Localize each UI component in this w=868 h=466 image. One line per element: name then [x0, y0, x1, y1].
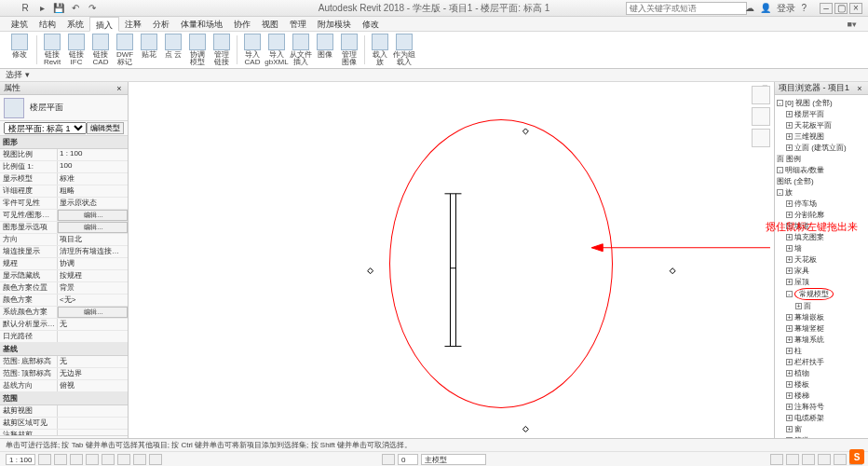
tab-addin[interactable]: 附加模块 — [312, 17, 357, 32]
props-row[interactable]: 详细程度粗略 — [0, 185, 128, 198]
props-row[interactable]: 比例值 1:100 — [0, 161, 128, 173]
ribbon-btn-1[interactable]: 链接 Revit — [40, 32, 64, 68]
edit-type-button[interactable]: 编辑类型 — [87, 122, 124, 134]
app-menu-icon[interactable]: R — [19, 2, 32, 15]
props-row[interactable]: 默认分析显示…无 — [0, 319, 128, 331]
undo-icon[interactable]: ↶ — [69, 2, 82, 15]
tab-modify[interactable]: 修改 — [357, 17, 385, 32]
tree-node[interactable]: +家具 — [777, 265, 866, 276]
props-row[interactable]: 裁剪视图 — [0, 405, 128, 418]
tab-manage[interactable]: 管理 — [284, 17, 312, 32]
tree-node[interactable]: +植物 — [777, 367, 866, 378]
ribbon-btn-13[interactable]: 管理 图像 — [337, 32, 361, 68]
ribbon-btn-9[interactable]: 导入 CAD — [240, 32, 264, 68]
sb4[interactable] — [86, 454, 99, 465]
ribbon-btn-14[interactable]: 载入 族 — [368, 32, 392, 68]
props-row[interactable]: 显示隐藏线按规程 — [0, 270, 128, 282]
tree-node[interactable]: +立面 (建筑立面) — [777, 142, 866, 153]
browser-close-icon[interactable]: × — [855, 84, 864, 93]
ribbon-btn-4[interactable]: DWF 标记 — [113, 32, 137, 68]
tree-node[interactable]: -明细表/数量 — [777, 164, 866, 175]
scale-box[interactable]: 1 : 100 — [6, 454, 35, 465]
props-row[interactable]: 可见性/图形…编辑… — [0, 210, 128, 222]
main-model-box[interactable]: 主模型 — [421, 454, 486, 465]
sr3[interactable] — [802, 454, 815, 465]
select-dropdown[interactable]: 选择 ▾ — [6, 69, 30, 81]
props-row[interactable]: 零件可见性显示原状态 — [0, 198, 128, 210]
tree-node[interactable]: +注释符号 — [777, 401, 866, 412]
ribbon-btn-7[interactable]: 协调 模型 — [185, 32, 210, 68]
tab-mass[interactable]: 体量和场地 — [175, 17, 228, 32]
sb7[interactable] — [133, 454, 146, 465]
props-row[interactable]: 方向项目北 — [0, 234, 128, 246]
props-category[interactable]: 图形 — [0, 136, 128, 149]
props-row[interactable]: 范围: 底部标高无 — [0, 356, 128, 368]
ribbon-btn-8[interactable]: 管理 链接 — [210, 32, 234, 68]
props-row[interactable]: 裁剪区域可见 — [0, 418, 128, 430]
tree-node[interactable]: +天花板 — [777, 254, 866, 265]
properties-close-icon[interactable]: × — [115, 84, 124, 93]
ribbon-btn-15[interactable]: 作为组 载入 — [392, 32, 416, 68]
properties-grid[interactable]: 图形视图比例1 : 100比例值 1:100显示模型标准详细程度粗略零件可见性显… — [0, 136, 128, 435]
browser-tree[interactable]: -[0] 视图 (全部)+楼层平面+天花板平面+三维视图+立面 (建筑立面)面 … — [775, 95, 868, 450]
props-row[interactable]: 颜色方案位置背景 — [0, 282, 128, 295]
sr4[interactable] — [818, 454, 831, 465]
tree-node[interactable]: +天花板平面 — [777, 119, 866, 130]
sb3[interactable] — [70, 454, 83, 465]
tree-node[interactable]: +墙 — [777, 242, 866, 254]
tree-node[interactable]: +屋顶 — [777, 276, 866, 287]
sb5[interactable] — [102, 454, 115, 465]
tree-node[interactable]: +三维视图 — [777, 130, 866, 142]
sm1[interactable] — [382, 454, 395, 465]
ribbon-btn-6[interactable]: 点 云 — [161, 32, 185, 68]
tree-node[interactable]: -常规模型 — [777, 287, 866, 300]
sr1[interactable] — [770, 454, 783, 465]
ribbon-help-icon[interactable]: ■▾ — [842, 17, 862, 32]
sb8[interactable] — [149, 454, 162, 465]
tab-collab[interactable]: 协作 — [228, 17, 256, 32]
props-row[interactable]: 系统颜色方案编辑… — [0, 307, 128, 319]
props-row[interactable]: 范围: 顶部标高无边界 — [0, 368, 128, 380]
tree-node[interactable]: +面 — [777, 300, 866, 311]
tree-node[interactable]: 图纸 (全部) — [777, 175, 866, 186]
login-link[interactable]: 登录 — [777, 2, 795, 15]
tree-node[interactable]: +楼板 — [777, 378, 866, 390]
tab-analyze[interactable]: 分析 — [147, 17, 175, 32]
tab-anno[interactable]: 注释 — [119, 17, 147, 32]
ribbon-btn-10[interactable]: 导入 gbXML — [264, 32, 289, 68]
props-row[interactable]: 显示模型标准 — [0, 173, 128, 185]
props-row[interactable]: 规程协调 — [0, 258, 128, 270]
tree-node[interactable]: 面 图例 — [777, 153, 866, 164]
tree-node[interactable]: +幕墙竖梃 — [777, 322, 866, 334]
sr2[interactable] — [786, 454, 799, 465]
cloud-icon[interactable]: ☁ — [745, 3, 754, 13]
tree-node[interactable]: -[0] 视图 (全部) — [777, 97, 866, 108]
tree-node[interactable]: -族 — [777, 186, 866, 198]
tab-view[interactable]: 视图 — [256, 17, 284, 32]
save-icon[interactable]: 💾 — [52, 2, 65, 15]
tree-node[interactable]: +分割轮廓 — [777, 209, 866, 220]
sb1[interactable] — [38, 454, 51, 465]
sb2[interactable] — [54, 454, 67, 465]
search-input[interactable] — [626, 2, 747, 15]
ribbon-btn-12[interactable]: 图像 — [313, 32, 337, 68]
sb6[interactable] — [117, 454, 130, 465]
tree-node[interactable]: +电缆桥架 — [777, 412, 866, 423]
restore-button[interactable]: ▢ — [834, 3, 848, 14]
ribbon-btn-2[interactable]: 链接 IFC — [64, 32, 88, 68]
close-button[interactable]: × — [849, 3, 862, 14]
sr5[interactable] — [834, 454, 847, 465]
props-row[interactable]: 图形显示选项编辑… — [0, 222, 128, 234]
drawing-canvas[interactable]: ▾ ⊡ — [129, 82, 775, 450]
open-icon[interactable]: ▸ — [35, 2, 48, 15]
ribbon-btn-5[interactable]: 贴花 — [137, 32, 161, 68]
props-category[interactable]: 基线 — [0, 343, 128, 356]
tab-sys[interactable]: 系统 — [61, 17, 89, 32]
tree-node[interactable]: +停车场 — [777, 198, 866, 209]
tab-struct[interactable]: 结构 — [34, 17, 61, 32]
ribbon-btn-0[interactable]: 修改 — [6, 32, 34, 68]
ribbon-btn-11[interactable]: 从文件 插入 — [289, 32, 313, 68]
tree-node[interactable]: +幕墙嵌板 — [777, 311, 866, 322]
tab-arch[interactable]: 建筑 — [6, 17, 34, 32]
type-selector[interactable]: 楼层平面 — [0, 95, 128, 121]
